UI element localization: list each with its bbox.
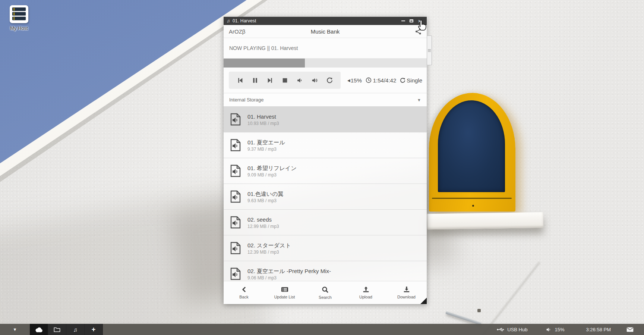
player-status: ◀ 15% 1:54/4:42 Single [344,77,422,84]
song-meta: 9.63 MB / mp3 [247,198,284,203]
volume-down-icon[interactable] [292,73,307,88]
audio-file-icon [229,190,242,203]
folder-icon [54,327,60,332]
back-label: Back [239,295,248,299]
song-title: 01. 希望リフレイン [247,164,297,173]
messages-indicator[interactable] [626,327,634,332]
volume-up-icon[interactable] [307,73,322,88]
update-list-icon [281,286,288,293]
volume-indicator[interactable]: 15% [546,327,564,332]
taskbar-app-strip: ♫ + [30,324,103,335]
audio-file-icon [229,216,242,229]
wallpaper-window-glass [438,100,505,192]
upload-icon [362,286,370,293]
play-mode[interactable]: Single [400,77,422,84]
volume-status: ◀ 15% [347,77,362,84]
taskbar: ▼ ♫ + USB Hub 15% [0,324,644,335]
song-meta: 9.06 MB / mp3 [247,275,331,281]
storage-selector[interactable]: Internal Storage ▼ [224,93,427,107]
previous-track-icon[interactable] [233,73,247,88]
close-button[interactable]: × [416,18,424,24]
desktop-icon-label: My Host [4,25,34,31]
envelope-icon [626,327,634,332]
taskbar-tray: USB Hub 15% 3:26:58 PM [497,327,644,332]
stop-icon[interactable] [277,73,292,88]
resize-handle-icon[interactable] [420,298,427,304]
song-row[interactable]: 01. Harvest 10.93 MB / mp3 [224,107,427,132]
cloud-icon [35,327,43,332]
search-button[interactable]: Search [305,281,345,304]
storage-selected-value: Internal Storage [229,97,264,103]
upload-label: Upload [359,295,372,299]
song-meta: 12.39 MB / mp3 [247,250,291,255]
taskbar-app-files[interactable] [48,324,66,335]
desktop: My Host ♫ 01. Harvest × Music Bank ArOZβ [0,0,644,335]
repeat-icon[interactable] [322,73,337,88]
window-scrollbar[interactable] [427,35,432,65]
taskbar-app-cloud[interactable] [30,324,48,335]
song-meta: 10.93 MB / mp3 [247,121,279,126]
audio-file-icon [229,241,242,255]
song-row[interactable]: 01. 夏空エール 9.37 MB / mp3 [224,132,427,158]
window-toolbar: Back Update List Search Upload Download [224,281,427,304]
speaker-icon [546,327,552,332]
server-icon [10,5,28,23]
song-title: 01. Harvest [247,113,279,121]
wallpaper-window-sill [427,212,544,229]
time-status: 1:54/4:42 [366,77,397,84]
song-title: 02. 夏空エール -Pretty Perky Mix- [247,267,331,276]
plus-icon: + [92,326,96,334]
seek-bar[interactable] [224,59,427,68]
song-row[interactable]: 01. 希望リフレイン 9.09 MB / mp3 [224,158,427,184]
upload-button[interactable]: Upload [345,281,386,304]
taskbar-app-add[interactable]: + [85,324,103,335]
window-body: Music Bank ArOZβ NOW PLAYING || 01. Harv… [224,25,427,304]
app-header: Music Bank ArOZβ [224,25,427,38]
update-list-button[interactable]: Update List [264,281,305,304]
wallpaper-rod-bracket [477,309,481,312]
song-row[interactable]: 01.色違いの翼 9.63 MB / mp3 [224,184,427,210]
volume-value: 15% [351,77,362,84]
song-meta: 12.99 MB / mp3 [247,224,279,229]
audio-file-icon [229,164,242,178]
back-button[interactable]: Back [224,281,264,304]
taskbar-app-music[interactable]: ♫ [66,324,85,335]
window-titlebar[interactable]: ♫ 01. Harvest × [224,17,427,25]
time-value: 1:54/4:42 [373,77,397,84]
wallpaper-rod [445,311,482,325]
song-meta: 9.09 MB / mp3 [247,172,297,178]
song-title: 02. スターダスト [247,241,291,250]
app-title: Music Bank [224,28,427,35]
taskbar-expand-icon[interactable]: ▼ [0,327,30,332]
clock-label: 3:26:58 PM [586,327,611,332]
transport-controls [229,72,341,89]
play-mode-value: Single [407,77,422,84]
now-playing-banner: NOW PLAYING || 01. Harvest [224,38,427,59]
usb-hub-indicator[interactable]: USB Hub [497,327,527,332]
song-row[interactable]: 02. seeds 12.99 MB / mp3 [224,210,427,235]
audio-file-icon [229,138,242,152]
window-title: 01. Harvest [233,18,399,24]
volume-label: 15% [555,327,564,332]
player-controls: ◀ 15% 1:54/4:42 Single [224,68,427,93]
download-label: Download [397,295,416,299]
share-icon[interactable] [415,28,422,35]
music-note-icon: ♫ [227,18,230,24]
maximize-button[interactable] [407,18,416,24]
download-icon [403,286,410,293]
pause-icon[interactable] [247,73,262,88]
usb-hub-label: USB Hub [507,327,527,332]
music-note-icon: ♫ [73,326,77,333]
minimize-button[interactable] [399,18,407,24]
chevron-down-icon: ▼ [417,98,421,102]
clock[interactable]: 3:26:58 PM [586,327,611,332]
next-track-icon[interactable] [262,73,277,88]
music-player-window: ♫ 01. Harvest × Music Bank ArOZβ NOW PLA… [224,17,427,304]
song-row[interactable]: 02. スターダスト 12.39 MB / mp3 [224,235,427,261]
volume-tri-icon: ◀ [347,78,350,82]
song-title: 01.色違いの翼 [247,190,284,198]
wallpaper-window-knob [472,205,474,207]
desktop-icon-my-host[interactable]: My Host [4,5,34,31]
wallpaper-arched-window [429,93,515,212]
search-label: Search [319,295,332,300]
